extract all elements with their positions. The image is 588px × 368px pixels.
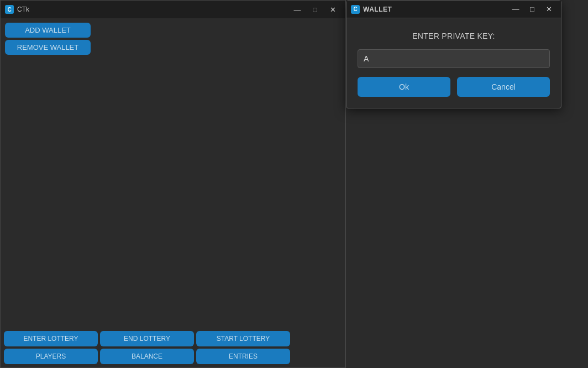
dialog-label: ENTER PRIVATE KEY:	[358, 32, 550, 40]
entries-button[interactable]: ENTRIES	[196, 349, 290, 364]
dialog-window-controls: — □ ✕	[508, 3, 556, 15]
dialog-buttons: Ok Cancel	[358, 77, 550, 97]
main-close-button[interactable]: ✕	[325, 3, 340, 15]
main-maximize-button[interactable]: □	[307, 3, 323, 15]
players-button[interactable]: PLAYERS	[4, 349, 98, 364]
main-window-controls: — □ ✕	[290, 3, 340, 15]
main-window: C CTk — □ ✕ ADD WALLET REMOVE WALLET ENT…	[0, 0, 345, 368]
dialog-title-left: C WALLET	[351, 5, 392, 14]
title-bar-left: C CTk	[5, 5, 29, 14]
main-content: ADD WALLET REMOVE WALLET ENTER LOTTERY E…	[1, 18, 345, 367]
start-lottery-button[interactable]: START LOTTERY	[196, 331, 290, 346]
top-buttons: ADD WALLET REMOVE WALLET	[5, 23, 340, 55]
add-wallet-button[interactable]: ADD WALLET	[5, 23, 91, 38]
balance-button[interactable]: BALANCE	[100, 349, 194, 364]
dialog-cancel-button[interactable]: Cancel	[457, 77, 550, 97]
main-title-bar: C CTk — □ ✕	[1, 1, 345, 18]
enter-lottery-button[interactable]: ENTER LOTTERY	[4, 331, 98, 346]
dialog-app-icon: C	[351, 5, 360, 14]
private-key-input[interactable]	[358, 49, 550, 68]
main-window-title: CTk	[17, 6, 29, 13]
dialog-minimize-button[interactable]: —	[508, 3, 523, 15]
app-icon: C	[5, 5, 14, 14]
dialog-title-bar: C WALLET — □ ✕	[347, 1, 561, 18]
dialog-close-button[interactable]: ✕	[541, 3, 556, 15]
remove-wallet-button[interactable]: REMOVE WALLET	[5, 40, 91, 55]
bottom-bar: ENTER LOTTERY END LOTTERY START LOTTERY …	[1, 328, 345, 367]
dialog-title: WALLET	[363, 6, 392, 13]
dialog-area: C WALLET — □ ✕ ENTER PRIVATE KEY: Ok Can…	[345, 0, 588, 368]
wallet-dialog: C WALLET — □ ✕ ENTER PRIVATE KEY: Ok Can…	[346, 0, 561, 108]
dialog-maximize-button[interactable]: □	[524, 3, 540, 15]
main-minimize-button[interactable]: —	[290, 3, 305, 15]
dialog-body: ENTER PRIVATE KEY: Ok Cancel	[347, 18, 561, 108]
end-lottery-button[interactable]: END LOTTERY	[100, 331, 194, 346]
dialog-ok-button[interactable]: Ok	[358, 77, 450, 97]
